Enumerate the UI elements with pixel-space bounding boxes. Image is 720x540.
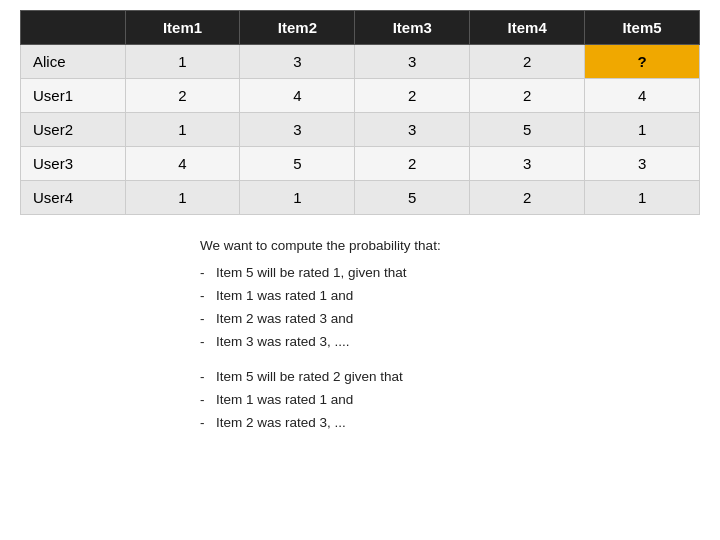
header-item2: Item2 bbox=[240, 11, 355, 45]
row-label: Alice bbox=[21, 45, 126, 79]
table-cell: 1 bbox=[125, 181, 240, 215]
table-cell: 2 bbox=[470, 181, 585, 215]
row-label: User3 bbox=[21, 147, 126, 181]
table-cell: 5 bbox=[240, 147, 355, 181]
table-cell: 1 bbox=[240, 181, 355, 215]
main-container: Item1 Item2 Item3 Item4 Item5 Alice1332?… bbox=[0, 0, 720, 445]
row-label: User2 bbox=[21, 113, 126, 147]
header-item5: Item5 bbox=[585, 11, 700, 45]
table-row: User345233 bbox=[21, 147, 700, 181]
table-cell: 3 bbox=[470, 147, 585, 181]
row-label: User1 bbox=[21, 79, 126, 113]
table-cell: 3 bbox=[240, 113, 355, 147]
header-empty bbox=[21, 11, 126, 45]
description-section: We want to compute the probability that:… bbox=[200, 235, 700, 435]
list-item: Item 2 was rated 3 and bbox=[200, 308, 700, 331]
table-cell: 3 bbox=[240, 45, 355, 79]
table-cell: 5 bbox=[355, 181, 470, 215]
header-item4: Item4 bbox=[470, 11, 585, 45]
table-cell: 3 bbox=[585, 147, 700, 181]
table-cell: 1 bbox=[585, 113, 700, 147]
list-item: Item 1 was rated 1 and bbox=[200, 389, 700, 412]
list-item: Item 2 was rated 3, ... bbox=[200, 412, 700, 435]
table-cell: 4 bbox=[240, 79, 355, 113]
list-item: Item 1 was rated 1 and bbox=[200, 285, 700, 308]
row-label: User4 bbox=[21, 181, 126, 215]
list-item: Item 5 will be rated 1, given that bbox=[200, 262, 700, 285]
bullet-list: Item 5 will be rated 2 given thatItem 1 … bbox=[200, 366, 700, 435]
table-cell: 3 bbox=[355, 113, 470, 147]
description-intro: We want to compute the probability that: bbox=[200, 235, 700, 258]
table-cell: 1 bbox=[125, 45, 240, 79]
table-cell: 2 bbox=[355, 79, 470, 113]
table-cell: 3 bbox=[355, 45, 470, 79]
table-row: User213351 bbox=[21, 113, 700, 147]
table-row: User124224 bbox=[21, 79, 700, 113]
table-cell: 2 bbox=[125, 79, 240, 113]
table-row: Alice1332? bbox=[21, 45, 700, 79]
table-cell: 1 bbox=[585, 181, 700, 215]
table-cell: 2 bbox=[470, 45, 585, 79]
table-cell: 2 bbox=[470, 79, 585, 113]
table-row: User411521 bbox=[21, 181, 700, 215]
table-cell: 4 bbox=[585, 79, 700, 113]
header-item1: Item1 bbox=[125, 11, 240, 45]
header-item3: Item3 bbox=[355, 11, 470, 45]
list-item: Item 5 will be rated 2 given that bbox=[200, 366, 700, 389]
bullet-list: Item 5 will be rated 1, given thatItem 1… bbox=[200, 262, 700, 354]
table-cell: 4 bbox=[125, 147, 240, 181]
table-header-row: Item1 Item2 Item3 Item4 Item5 bbox=[21, 11, 700, 45]
rating-table: Item1 Item2 Item3 Item4 Item5 Alice1332?… bbox=[20, 10, 700, 215]
table-cell: 1 bbox=[125, 113, 240, 147]
table-cell: 5 bbox=[470, 113, 585, 147]
table-cell: ? bbox=[585, 45, 700, 79]
list-item: Item 3 was rated 3, .... bbox=[200, 331, 700, 354]
table-cell: 2 bbox=[355, 147, 470, 181]
